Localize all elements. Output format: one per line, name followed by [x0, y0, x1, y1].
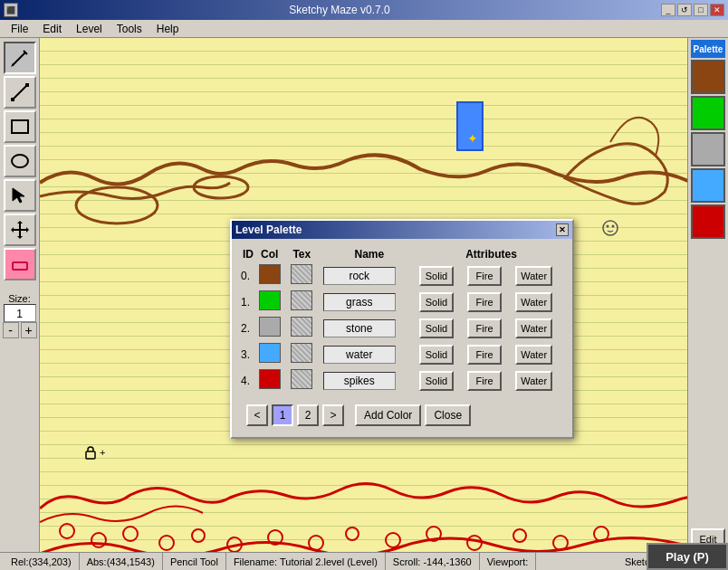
solid-btn-0[interactable]: Solid: [419, 266, 454, 286]
row-name-input-0[interactable]: [323, 267, 396, 285]
menu-tools[interactable]: Tools: [110, 21, 149, 37]
water-btn-3[interactable]: Water: [515, 345, 552, 365]
fire-btn-3[interactable]: Fire: [467, 345, 502, 365]
size-plus-button[interactable]: +: [21, 322, 37, 338]
row-name-0[interactable]: [321, 262, 417, 289]
row-tex-0[interactable]: [289, 262, 321, 289]
svg-rect-5: [25, 83, 29, 87]
row-water-1[interactable]: Water: [513, 289, 565, 315]
solid-btn-4[interactable]: Solid: [419, 371, 454, 391]
row-id-1: 1.: [239, 289, 257, 315]
rect-tool-button[interactable]: [4, 110, 36, 143]
water-btn-2[interactable]: Water: [515, 318, 552, 338]
palette-color-1[interactable]: [691, 96, 725, 130]
status-viewport: Viewport:: [480, 553, 537, 570]
svg-marker-12: [26, 227, 29, 233]
main-area: Size: 1 - +: [0, 38, 728, 552]
add-color-button[interactable]: Add Color: [355, 404, 421, 426]
page-2-button[interactable]: 2: [297, 404, 319, 426]
row-name-2[interactable]: [321, 315, 417, 341]
ellipse-tool-button[interactable]: [4, 145, 36, 177]
row-color-1[interactable]: [257, 289, 289, 315]
row-tex-3[interactable]: [289, 341, 321, 367]
row-name-input-3[interactable]: [323, 346, 396, 364]
row-color-0[interactable]: [257, 262, 289, 289]
restore-button[interactable]: □: [694, 4, 708, 16]
row-name-input-2[interactable]: [323, 319, 396, 337]
row-solid-3[interactable]: Solid: [417, 341, 465, 367]
row-fire-2[interactable]: Fire: [465, 315, 513, 341]
close-button[interactable]: ✕: [710, 4, 724, 16]
row-id-2: 2.: [239, 315, 257, 341]
left-toolbar: Size: 1 - +: [0, 38, 40, 552]
pointer-tool-button[interactable]: [4, 179, 36, 212]
row-tex-4[interactable]: [289, 367, 321, 394]
water-btn-1[interactable]: Water: [515, 292, 552, 312]
fire-btn-2[interactable]: Fire: [467, 318, 502, 338]
row-color-3[interactable]: [257, 341, 289, 367]
window-title: Sketchy Maze v0.7.0: [18, 4, 661, 16]
palette-color-4[interactable]: [691, 204, 725, 239]
menu-help[interactable]: Help: [149, 21, 187, 37]
row-name-4[interactable]: [321, 367, 417, 394]
row-name-3[interactable]: [321, 341, 417, 367]
page-1-button[interactable]: 1: [272, 404, 293, 426]
row-name-1[interactable]: [321, 289, 417, 315]
canvas-area[interactable]: ✦ + Level Palette ✕: [40, 38, 687, 552]
play-button[interactable]: Play (P): [647, 543, 728, 570]
menubar: File Edit Level Tools Help: [0, 20, 728, 38]
row-water-3[interactable]: Water: [513, 341, 565, 367]
row-tex-2[interactable]: [289, 315, 321, 341]
row-water-2[interactable]: Water: [513, 315, 565, 341]
palette-color-0[interactable]: [691, 60, 725, 94]
svg-rect-4: [11, 98, 14, 101]
prev-page-button[interactable]: <: [246, 404, 268, 426]
enemy-icon: [601, 219, 619, 237]
row-name-input-4[interactable]: [323, 372, 396, 390]
line-tool-button[interactable]: [4, 76, 36, 109]
next-page-button[interactable]: >: [322, 404, 344, 426]
move-tool-button[interactable]: [4, 214, 36, 246]
menu-level[interactable]: Level: [69, 21, 110, 37]
row-fire-3[interactable]: Fire: [465, 341, 513, 367]
row-fire-0[interactable]: Fire: [465, 262, 513, 289]
menu-file[interactable]: File: [4, 21, 35, 37]
water-btn-4[interactable]: Water: [515, 371, 552, 391]
palette-row-0: 0. Solid Fire Water: [239, 262, 565, 289]
status-tool: Pencil Tool: [163, 553, 226, 570]
eraser-tool-button[interactable]: [4, 248, 36, 280]
row-fire-1[interactable]: Fire: [465, 289, 513, 315]
dialog-close-button[interactable]: ✕: [556, 223, 569, 236]
row-fire-4[interactable]: Fire: [465, 367, 513, 394]
row-color-4[interactable]: [257, 367, 289, 394]
row-solid-2[interactable]: Solid: [417, 315, 465, 341]
row-solid-4[interactable]: Solid: [417, 367, 465, 394]
row-color-2[interactable]: [257, 315, 289, 341]
palette-color-2[interactable]: [691, 132, 725, 166]
row-solid-1[interactable]: Solid: [417, 289, 465, 315]
row-water-4[interactable]: Water: [513, 367, 565, 394]
solid-btn-3[interactable]: Solid: [419, 345, 454, 365]
maximize-button[interactable]: ↺: [677, 4, 692, 16]
row-tex-1[interactable]: [289, 289, 321, 315]
row-name-input-1[interactable]: [323, 293, 396, 311]
dialog-close-btn-footer[interactable]: Close: [425, 404, 471, 426]
app-icon: ⬛: [4, 3, 18, 17]
row-water-0[interactable]: Water: [513, 262, 565, 289]
solid-btn-2[interactable]: Solid: [419, 318, 454, 338]
menu-edit[interactable]: Edit: [35, 21, 69, 37]
fire-btn-4[interactable]: Fire: [467, 371, 502, 391]
minimize-button[interactable]: _: [661, 4, 675, 16]
pencil-tool-button[interactable]: [4, 42, 36, 74]
fire-btn-1[interactable]: Fire: [467, 292, 502, 312]
row-solid-0[interactable]: Solid: [417, 262, 465, 289]
solid-btn-1[interactable]: Solid: [419, 292, 454, 312]
enemy-icon-area: [601, 219, 619, 240]
water-btn-0[interactable]: Water: [515, 266, 552, 286]
svg-line-0: [13, 52, 25, 65]
size-minus-button[interactable]: -: [3, 322, 19, 338]
fire-btn-0[interactable]: Fire: [467, 266, 502, 286]
header-name: Name: [321, 246, 417, 262]
palette-header: Palette: [691, 40, 725, 58]
palette-color-3[interactable]: [691, 168, 725, 203]
